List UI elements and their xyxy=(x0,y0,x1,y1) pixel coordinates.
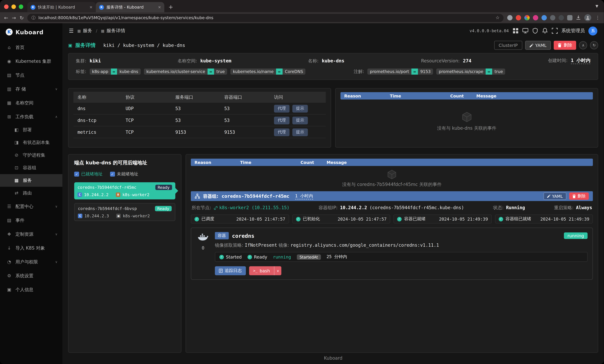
bash-button[interactable]: >_ bash xyxy=(249,266,274,275)
pull-policy-value: IfNotPresent xyxy=(245,243,277,248)
tag-value: kube-dns xyxy=(117,68,140,75)
user-avatar[interactable]: 系 xyxy=(589,26,597,35)
sidebar-item-deployments[interactable]: ◧ 部署 xyxy=(0,124,62,136)
container-port: 9153 xyxy=(224,129,274,135)
pod-detail-panel: Reason Time Count Message 没有与 coredns-7b… xyxy=(186,154,598,352)
node-link[interactable]: k8s-worker2 (10.211.55.15) xyxy=(214,205,289,210)
browser-extension-icon[interactable] xyxy=(533,15,538,20)
browser-extension-icon[interactable] xyxy=(550,15,555,20)
extensions-puzzle-icon[interactable] xyxy=(567,15,573,20)
hint-button[interactable]: 提示 xyxy=(292,116,308,124)
sidebar-item-namespaces[interactable]: ▦ 名称空间 xyxy=(0,96,62,110)
chevron-down-icon: ∨ xyxy=(55,260,58,264)
sidebar-item-nodes[interactable]: ▤ 节点 xyxy=(0,68,62,82)
sidebar-item-custom-resources[interactable]: ❖ 定制资源 ∨ xyxy=(0,227,62,241)
condition-time: 2024-10-05 21:49:39 xyxy=(541,216,589,221)
workloads-icon: ⊞ xyxy=(7,114,12,119)
yaml-button[interactable]: YAML xyxy=(525,41,551,50)
browser-tab-quickstart[interactable]: K 快速开始 | Kuboard ✕ xyxy=(27,2,96,12)
endpoint-item[interactable]: coredns-7b5944fdcf-6bvsp Ready C 10.244.… xyxy=(74,203,175,221)
sidebar-item-storage[interactable]: ▥ 存 储 ∨ xyxy=(0,82,62,96)
new-tab-button[interactable]: + xyxy=(168,4,173,10)
endpoint-item-selected[interactable]: coredns-7b5944fdcf-r45mc Ready C 10.244.… xyxy=(74,182,175,199)
close-icon[interactable]: ✕ xyxy=(158,5,161,9)
pod-section-header: 容器组: coredns-7b5944fdcf-r45mc 1 小时内 YAML xyxy=(191,191,593,201)
browser-extension-icon[interactable] xyxy=(559,15,564,20)
url-text[interactable]: localhost:8000/k8s/1ePuV5MQyqI/api/v1/na… xyxy=(38,15,493,20)
close-icon[interactable]: ✕ xyxy=(89,5,93,9)
close-window-button[interactable] xyxy=(4,4,9,9)
hamburger-menu-icon[interactable]: ☰ xyxy=(69,28,74,34)
sidebar-item-profile[interactable]: ▣ 个人信息 xyxy=(0,283,62,296)
sidebar-item-statefulsets[interactable]: ◨ 有状态副本集 xyxy=(0,136,62,149)
check-icon: ✓ xyxy=(499,217,503,221)
pod-yaml-button[interactable]: YAML xyxy=(543,192,566,200)
sidebar-item-import-k8s[interactable]: ↓ 导入 K8S 对象 xyxy=(0,241,62,255)
tab-search-chevron-icon[interactable]: ▼ xyxy=(595,4,598,8)
sidebar-item-cluster[interactable]: ◉ Kubernetes 集群 xyxy=(0,54,62,68)
sidebar-item-services[interactable]: ▦ 服务 xyxy=(0,174,62,187)
reload-button[interactable]: ↻ xyxy=(20,15,24,21)
browser-menu-icon[interactable]: ⋮ xyxy=(595,15,600,20)
not-ready-addresses-checkbox[interactable]: ✓未就绪地址 xyxy=(110,171,138,177)
browser-tab-service-detail[interactable]: K 服务详情 - Kuboard ✕ xyxy=(96,2,164,12)
hint-button[interactable]: 提示 xyxy=(292,105,308,113)
browser-toolbar: ← → ↻ ⓘ localhost:8000/k8s/1ePuV5MQyqI/a… xyxy=(0,12,604,23)
kuboard-logo[interactable]: K Kuboard xyxy=(0,23,62,40)
yaml-button-label: YAML xyxy=(535,43,546,48)
created-value[interactable]: 1 小时内 xyxy=(571,58,591,64)
proxy-button[interactable]: 代理 xyxy=(274,105,289,113)
shield-icon[interactable] xyxy=(532,28,538,34)
sidebar-item-home[interactable]: ⌂ 首页 xyxy=(0,40,62,54)
address-bar[interactable]: ⓘ localhost:8000/k8s/1ePuV5MQyqI/api/v1/… xyxy=(27,14,504,22)
collapse-button[interactable]: ∧ xyxy=(579,41,587,49)
breadcrumb-services[interactable]: ▦ 服务 xyxy=(77,28,92,34)
browser-extension-icon[interactable] xyxy=(507,15,513,20)
browser-extension-icon[interactable] xyxy=(542,15,547,20)
forward-button[interactable]: → xyxy=(12,15,16,21)
browser-profile-avatar[interactable] xyxy=(584,14,591,21)
zoom-window-button[interactable] xyxy=(19,4,23,9)
sidebar-item-daemonsets[interactable]: ⊘ 守护进程集 xyxy=(0,149,62,162)
bash-dropdown-button[interactable]: ∨ xyxy=(274,266,281,275)
sidebar-item-users-permissions[interactable]: ◔ 用户与权限 ∨ xyxy=(0,255,62,269)
ready-addresses-checkbox[interactable]: ✓已就绪地址 xyxy=(74,171,103,177)
minimize-window-button[interactable] xyxy=(12,4,16,9)
sidebar-item-pods[interactable]: ⊡ 容器组 xyxy=(0,162,62,174)
sidebar-item-system-settings[interactable]: ⚙ 系统设置 xyxy=(0,269,62,283)
breadcrumb-label: 服务详情 xyxy=(106,28,125,34)
cluster-ip-button[interactable]: ClusterIP xyxy=(494,41,522,50)
delete-service-button[interactable]: 删除 xyxy=(554,41,576,50)
trace-logs-button[interactable]: 追踪日志 xyxy=(215,266,246,275)
sidebar-item-config-center[interactable]: ☰ 配置中心 ∨ xyxy=(0,199,62,213)
sidebar-item-events[interactable]: ▤ 事件 xyxy=(0,213,62,227)
bookmark-star-icon[interactable]: ☆ xyxy=(496,15,500,20)
monitor-icon[interactable] xyxy=(522,28,528,34)
download-icon[interactable] xyxy=(576,15,581,20)
container-port: 53 xyxy=(224,106,274,111)
sidebar-item-ingress[interactable]: ⇄ 路由 xyxy=(0,187,62,199)
empty-box-icon xyxy=(387,170,397,179)
proxy-button[interactable]: 代理 xyxy=(274,128,289,136)
bell-icon[interactable] xyxy=(542,28,548,34)
port-protocol: TCP xyxy=(126,129,175,135)
pod-section-label: 容器组: xyxy=(203,193,218,199)
import-icon: ↓ xyxy=(7,245,12,251)
hint-button[interactable]: 提示 xyxy=(292,128,308,136)
fullscreen-icon[interactable] xyxy=(552,28,558,34)
apps-grid-icon[interactable] xyxy=(512,28,518,34)
pod-delete-button[interactable]: 删除 xyxy=(569,192,589,200)
condition-label: 容器已就绪 xyxy=(404,216,426,222)
pod-dns-value: (coredns-7b5944fdcf-r45mc.kube-dns) xyxy=(369,205,464,210)
sidebar-item-workloads[interactable]: ⊞ 工作负载 ∧ xyxy=(0,110,62,124)
refresh-button[interactable]: ↻ xyxy=(590,41,598,49)
breadcrumb-service-detail[interactable]: ▦ 服务详情 xyxy=(101,28,125,34)
browser-extension-icon[interactable] xyxy=(525,15,530,20)
port-name: dns-tcp xyxy=(77,118,126,123)
back-button[interactable]: ← xyxy=(4,15,8,21)
username-text[interactable]: 系统管理员 xyxy=(561,28,585,34)
proxy-button[interactable]: 代理 xyxy=(274,116,289,124)
site-info-icon[interactable]: ⓘ xyxy=(32,15,36,21)
browser-extension-icon[interactable] xyxy=(516,15,521,20)
pod-age[interactable]: 1 小时内 xyxy=(295,193,313,199)
